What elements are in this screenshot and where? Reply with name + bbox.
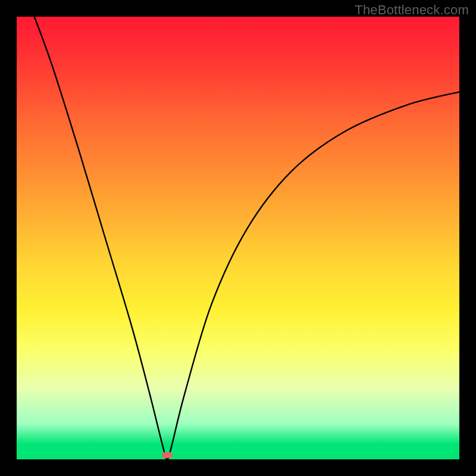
curve-path bbox=[35, 17, 459, 459]
watermark-text: TheBottleneck.com bbox=[355, 2, 469, 18]
chart-frame: TheBottleneck.com bbox=[0, 0, 476, 476]
optimum-marker bbox=[162, 452, 173, 458]
plot-area bbox=[17, 17, 459, 459]
bottleneck-curve bbox=[17, 17, 459, 459]
